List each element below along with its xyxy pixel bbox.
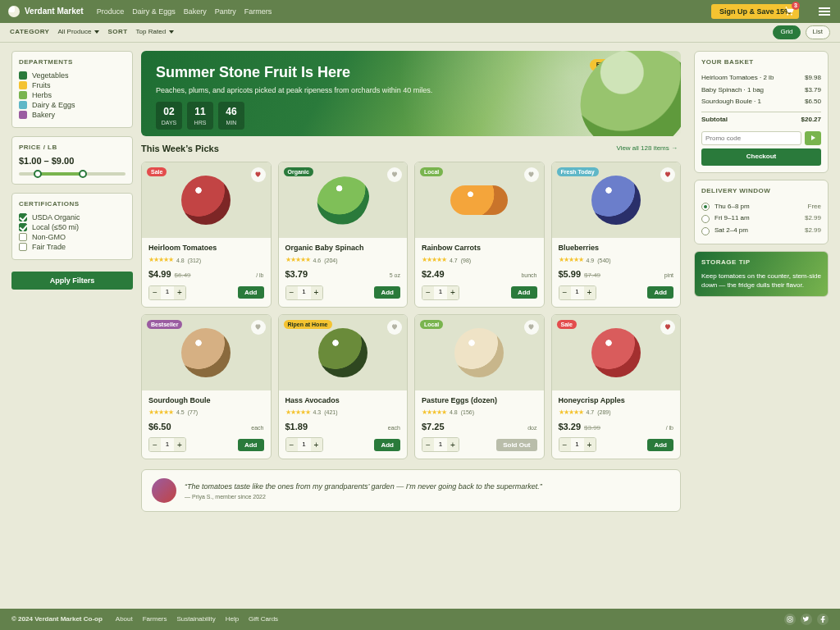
add-to-cart-button[interactable]: Add	[374, 286, 400, 299]
view-all-link[interactable]: View all 128 items →	[616, 144, 678, 153]
sidebar-cert-item[interactable]: Non-GMO	[19, 232, 126, 242]
apply-filters-button[interactable]: Apply Filters	[11, 272, 133, 290]
instagram-icon[interactable]	[784, 614, 796, 625]
cart-button[interactable]: 3	[781, 2, 797, 19]
add-to-cart-button[interactable]: Add	[511, 286, 537, 299]
footer-link[interactable]: About	[116, 615, 133, 624]
basket-line[interactable]: Sourdough Boule · 1$6.50	[701, 96, 821, 108]
product-card[interactable]: Ripen at HomeHass Avocados★★★★★4.3(421)$…	[278, 314, 409, 460]
filter-category-select[interactable]: All Produce	[57, 28, 99, 37]
sidebar-category-item[interactable]: Vegetables	[19, 71, 126, 80]
price-slider[interactable]	[19, 172, 126, 176]
sidebar-category-item[interactable]: Herbs	[19, 90, 126, 100]
product-card[interactable]: LocalPasture Eggs (dozen)★★★★★4.8(156)$7…	[414, 314, 545, 460]
favorite-button[interactable]	[387, 167, 402, 182]
checkout-button[interactable]: Checkout	[701, 148, 821, 166]
delivery-slot[interactable]: Sat 2–4 pm$2.99	[701, 225, 821, 237]
qty-plus-button[interactable]: +	[311, 286, 322, 299]
sidebar-cert-item[interactable]: USDA Organic	[19, 212, 126, 222]
favorite-button[interactable]	[524, 320, 539, 335]
favorite-button[interactable]	[387, 320, 402, 335]
delivery-slot[interactable]: Thu 6–8 pmFree	[701, 201, 821, 213]
product-name: Sourdough Boule	[148, 395, 264, 405]
menu-icon[interactable]	[819, 7, 830, 16]
product-thumb: Ripen at Home	[279, 315, 408, 390]
favorite-button[interactable]	[660, 167, 675, 182]
qty-minus-button[interactable]: −	[286, 286, 298, 299]
qty-minus-button[interactable]: −	[149, 438, 161, 451]
quantity-stepper[interactable]: −1+	[148, 437, 186, 452]
quantity-stepper[interactable]: −1+	[148, 285, 186, 300]
favorite-button[interactable]	[251, 320, 266, 335]
product-card[interactable]: SaleHeirloom Tomatoes★★★★★4.8(312)$4.99$…	[141, 162, 272, 308]
quantity-stepper[interactable]: −1+	[422, 285, 459, 300]
qty-plus-button[interactable]: +	[174, 438, 185, 451]
nav-link[interactable]: Farmers	[244, 7, 272, 16]
filter-category-label: Category	[10, 28, 49, 37]
favorite-button[interactable]	[524, 167, 539, 182]
product-card[interactable]: Fresh TodayBlueberries★★★★★4.9(540)$5.99…	[551, 162, 682, 308]
view-list-button[interactable]: List	[806, 25, 830, 39]
basket-line[interactable]: Heirloom Tomatoes · 2 lb$9.98	[701, 72, 821, 84]
add-to-cart-button[interactable]: Add	[647, 286, 673, 299]
qty-plus-button[interactable]: +	[311, 438, 322, 451]
promo-apply-button[interactable]	[805, 131, 821, 145]
add-to-cart-button[interactable]: Add	[238, 286, 264, 299]
qty-plus-button[interactable]: +	[447, 286, 459, 299]
qty-plus-button[interactable]: +	[584, 438, 596, 451]
qty-plus-button[interactable]: +	[447, 438, 459, 451]
qty-minus-button[interactable]: −	[286, 438, 298, 451]
basket-line[interactable]: Baby Spinach · 1 bag$3.79	[701, 84, 821, 97]
view-grid-button[interactable]: Grid	[773, 25, 800, 39]
delivery-slot[interactable]: Fri 9–11 am$2.99	[701, 212, 821, 225]
nav-link[interactable]: Produce	[97, 7, 125, 16]
add-to-cart-button[interactable]: Add	[647, 439, 673, 451]
brand[interactable]: Verdant Market	[8, 6, 84, 17]
sidebar-cert-item[interactable]: Local (≤50 mi)	[19, 222, 126, 232]
nav-link[interactable]: Bakery	[184, 7, 207, 16]
footer-link[interactable]: Help	[226, 615, 239, 624]
footer-link[interactable]: Gift Cards	[249, 615, 278, 624]
testimonial-quote: “The tomatoes taste like the ones from m…	[185, 482, 542, 491]
product-card[interactable]: SaleHoneycrisp Apples★★★★★4.7(289)$3.29$…	[551, 314, 682, 460]
sidebar-category-item[interactable]: Dairy & Eggs	[19, 100, 126, 110]
facebook-icon[interactable]	[817, 614, 829, 625]
qty-plus-button[interactable]: +	[584, 286, 596, 299]
favorite-button[interactable]	[251, 167, 266, 182]
quantity-stepper[interactable]: −1+	[559, 437, 596, 452]
promo-input[interactable]	[701, 131, 801, 145]
footer-link[interactable]: Farmers	[143, 615, 167, 624]
price-slider-max-handle[interactable]	[79, 170, 87, 178]
nav-link[interactable]: Pantry	[215, 7, 236, 16]
svg-rect-2	[788, 617, 792, 622]
qty-plus-button[interactable]: +	[174, 286, 185, 299]
product-card[interactable]: BestsellerSourdough Boule★★★★★4.5(77)$6.…	[141, 314, 272, 460]
hero-banner[interactable]: FREE DELIVERY $35+ Summer Stone Fruit Is…	[141, 51, 681, 136]
quantity-stepper[interactable]: −1+	[285, 285, 323, 300]
quantity-stepper[interactable]: −1+	[559, 285, 596, 300]
qty-minus-button[interactable]: −	[422, 286, 434, 299]
tip-body: Keep tomatoes on the counter, stem-side …	[701, 272, 821, 290]
sidebar-cert-item[interactable]: Fair Trade	[19, 242, 126, 252]
sidebar-category-item[interactable]: Fruits	[19, 80, 126, 90]
qty-minus-button[interactable]: −	[149, 286, 161, 299]
product-card[interactable]: LocalRainbow Carrots★★★★★4.7(98)$2.49bun…	[414, 162, 545, 308]
add-to-cart-button[interactable]: Add	[374, 439, 400, 451]
price-slider-min-handle[interactable]	[34, 170, 42, 178]
qty-minus-button[interactable]: −	[559, 438, 571, 451]
add-to-cart-button[interactable]: Add	[238, 439, 264, 451]
product-rating: 4.7	[450, 257, 458, 264]
sidebar-category-item[interactable]: Bakery	[19, 110, 126, 120]
quantity-stepper[interactable]: −1+	[422, 437, 459, 452]
twitter-icon[interactable]	[801, 614, 812, 625]
sidebar-price-display: $1.00 – $9.00	[19, 155, 126, 167]
quantity-stepper[interactable]: −1+	[285, 437, 323, 452]
product-price-was: $3.99	[584, 424, 600, 433]
filter-sort-select[interactable]: Top Rated	[136, 28, 174, 37]
qty-minus-button[interactable]: −	[422, 438, 434, 451]
footer-link[interactable]: Sustainability	[177, 615, 216, 624]
qty-minus-button[interactable]: −	[559, 286, 571, 299]
product-card[interactable]: OrganicOrganic Baby Spinach★★★★★4.6(204)…	[278, 162, 409, 308]
favorite-button[interactable]	[660, 320, 675, 335]
nav-link[interactable]: Dairy & Eggs	[132, 7, 176, 16]
